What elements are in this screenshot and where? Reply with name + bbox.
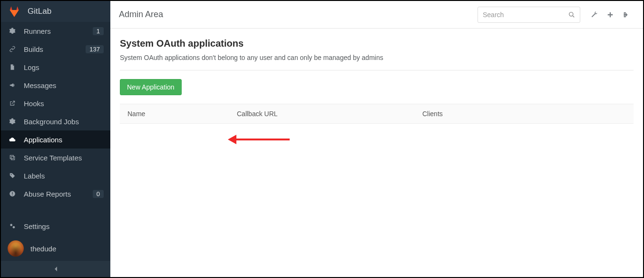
svg-rect-5 (12, 195, 12, 195)
new-application-button[interactable]: New Application (120, 79, 182, 95)
svg-point-2 (11, 174, 12, 175)
sidebar-collapse-button[interactable] (1, 261, 110, 277)
sidebar-item-label: Background Jobs (24, 118, 104, 126)
gear-icon (8, 117, 17, 126)
topbar: Admin Area (110, 1, 643, 29)
sidebar-item-builds[interactable]: Builds 137 (1, 40, 110, 58)
sidebar-item-messages[interactable]: Messages (1, 76, 110, 94)
sidebar-item-badge: 0 (93, 190, 104, 198)
sidebar-item-label: Settings (24, 222, 104, 230)
cloud-icon (8, 135, 17, 144)
tag-icon (8, 171, 17, 180)
gitlab-logo-icon (8, 5, 21, 18)
sidebar-item-badge: 1 (93, 27, 104, 35)
copy-icon (8, 153, 17, 162)
sidebar-item-label: Builds (24, 45, 86, 53)
annotation-arrow-left-icon (228, 133, 290, 146)
svg-rect-4 (12, 192, 12, 195)
search-icon (568, 11, 575, 18)
sidebar-item-badge: 137 (86, 45, 104, 53)
table-header: Name Callback URL Clients (120, 104, 634, 124)
file-icon (8, 62, 17, 72)
sidebar-item-abuse-reports[interactable]: Abuse Reports 0 (1, 185, 110, 203)
svg-marker-12 (228, 135, 236, 144)
sidebar: GitLab Runners 1 Builds 137 (1, 1, 110, 277)
sidebar-item-label: Labels (24, 172, 104, 180)
external-link-icon (8, 99, 17, 108)
bullhorn-icon (8, 80, 17, 90)
sidebar-item-label: Hooks (24, 99, 104, 108)
username: thedude (30, 245, 56, 253)
svg-rect-1 (10, 155, 13, 159)
search-input[interactable] (483, 11, 568, 19)
sidebar-item-logs[interactable]: Logs (1, 58, 110, 76)
section-description: System OAuth applications don't belong t… (120, 54, 634, 61)
page-title: Admin Area (119, 10, 478, 20)
table-col-callback: Callback URL (237, 110, 422, 118)
sign-out-button[interactable] (618, 7, 634, 23)
avatar (8, 240, 24, 257)
svg-point-8 (569, 12, 573, 16)
exclamation-circle-icon (8, 189, 17, 199)
sidebar-item-label: Messages (24, 81, 104, 89)
search-box[interactable] (478, 7, 580, 23)
sidebar-item-label: Abuse Reports (24, 190, 93, 198)
sidebar-item-hooks[interactable]: Hooks (1, 94, 110, 112)
sidebar-item-runners[interactable]: Runners 1 (1, 22, 110, 40)
gears-icon (8, 221, 17, 231)
current-user[interactable]: thedude (1, 236, 110, 261)
sidebar-item-background-jobs[interactable]: Background Jobs (1, 112, 110, 130)
sidebar-nav: Runners 1 Builds 137 Logs Messa (1, 22, 110, 236)
sign-out-icon (623, 11, 630, 19)
new-button[interactable] (602, 7, 618, 23)
gear-icon (8, 26, 17, 36)
chevron-left-icon (54, 266, 58, 272)
sidebar-item-service-templates[interactable]: Service Templates (1, 149, 110, 167)
content: System OAuth applications System OAuth a… (110, 29, 643, 133)
sidebar-item-label: Logs (24, 63, 104, 71)
sidebar-item-label: Applications (24, 136, 104, 144)
sidebar-header[interactable]: GitLab (1, 1, 110, 22)
sidebar-item-labels[interactable]: Labels (1, 167, 110, 185)
divider (120, 70, 634, 70)
svg-point-7 (13, 226, 15, 228)
wrench-icon (590, 11, 598, 19)
admin-tools-button[interactable] (586, 7, 602, 23)
svg-point-6 (10, 224, 12, 226)
sidebar-item-label: Service Templates (24, 154, 104, 162)
main: Admin Area (110, 1, 643, 277)
svg-rect-0 (11, 157, 15, 160)
table-col-clients: Clients (422, 110, 626, 118)
table-col-name: Name (127, 110, 237, 118)
link-icon (8, 44, 17, 54)
plus-icon (607, 11, 614, 18)
sidebar-item-label: Runners (24, 27, 93, 35)
brand-name: GitLab (28, 7, 51, 16)
sidebar-item-settings[interactable]: Settings (1, 217, 110, 235)
section-heading: System OAuth applications (120, 38, 634, 49)
sidebar-item-applications[interactable]: Applications (1, 130, 110, 149)
